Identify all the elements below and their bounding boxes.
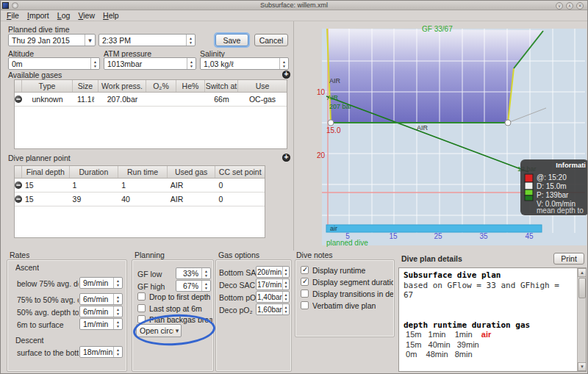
checkbox-icon[interactable] [301, 301, 309, 309]
available-gases-table: Type Size Work press. O₂% He% Switch at … [14, 79, 287, 149]
descent-title: Descent [15, 336, 48, 345]
altitude-spinbox[interactable]: 0m [8, 57, 100, 70]
planned-dive-label: planned dive [326, 239, 368, 247]
spinner-arrows-icon[interactable] [113, 278, 122, 288]
scrollbar-thumb[interactable] [578, 278, 586, 298]
descent-gas-label: AIR [329, 77, 341, 84]
rate-spinbox[interactable]: 1m/min [79, 318, 123, 330]
plan-heading: Subsurface dive plan [399, 270, 586, 281]
close-button[interactable]: ✕ [576, 2, 584, 10]
scroll-down-icon[interactable]: ▼ [578, 362, 587, 371]
tank-gauge-icon [525, 174, 533, 201]
rate-label: 50% avg. depth to 6m [17, 308, 79, 317]
spinner-arrows-icon[interactable] [113, 347, 122, 357]
spinner-arrows-icon[interactable] [201, 268, 210, 278]
spinner-arrows-icon[interactable] [90, 58, 99, 69]
spinner-arrows-icon[interactable] [279, 58, 288, 69]
menu-log[interactable]: Log [57, 11, 71, 20]
scroll-up-icon[interactable]: ▲ [578, 268, 587, 277]
checkbox-icon[interactable] [137, 292, 146, 301]
gf-high-spinbox[interactable]: 67% [176, 280, 211, 292]
menu-file[interactable]: File [7, 11, 19, 20]
spinner-arrows-icon[interactable] [113, 319, 122, 329]
dive-time-spinbox[interactable]: 2:33 PM [98, 34, 196, 46]
gas-row[interactable]: unknown 11.1ℓ 207.0bar 66m OC-gas [15, 93, 287, 107]
print-button[interactable]: Print [553, 253, 584, 265]
dive-date-combo[interactable]: Thu 29 Jan 2015 [8, 34, 96, 46]
gas-bar-label: air [330, 225, 337, 232]
waypoint-handle[interactable] [505, 120, 511, 126]
rate-spinbox[interactable]: 6m/min [79, 293, 123, 305]
deco-sac-spinbox[interactable]: 17ℓ/min [256, 278, 290, 290]
waypoint-handle[interactable] [328, 120, 334, 126]
spinner-arrows-icon[interactable] [282, 267, 289, 277]
menu-import[interactable]: Import [27, 11, 49, 20]
add-planner-point-button[interactable] [282, 154, 290, 162]
minimize-button[interactable]: ∨ [556, 2, 563, 10]
dive-profile-chart[interactable]: air GF 33/67 10 15.0 20 AIR AIR 207 bar … [293, 21, 588, 251]
checkbox-icon[interactable] [301, 290, 309, 298]
time-tick-35: 35 [479, 232, 488, 240]
spinner-arrows-icon[interactable] [187, 58, 196, 69]
display-segment-duration-checkbox[interactable]: Display segment duration [301, 277, 393, 287]
delete-point-icon[interactable] [15, 181, 22, 189]
gf-high-label: GF high [137, 282, 165, 291]
dive-notes-title: Dive notes [296, 251, 333, 259]
atm-pressure-spinbox[interactable]: 1013mbar [104, 57, 196, 70]
spinner-arrows-icon[interactable] [282, 304, 289, 314]
checkbox-checked-icon[interactable] [301, 278, 309, 286]
delete-point-icon[interactable] [15, 195, 22, 203]
plan-row: 15m 1min 1min air [399, 330, 586, 340]
drop-to-first-depth-checkbox[interactable]: Drop to first depth [137, 292, 212, 301]
display-runtime-checkbox[interactable]: Display runtime [301, 265, 393, 275]
time-tick-45: 45 [525, 232, 534, 240]
last-stop-6m-checkbox[interactable]: Last stop at 6m [137, 303, 212, 313]
checkbox-checked-icon[interactable] [301, 266, 309, 274]
rate-label: below 75% avg. depth [17, 279, 79, 288]
delete-gas-icon[interactable] [15, 96, 22, 103]
tooltip-depth: D: 15.0m [537, 182, 567, 190]
spinner-arrows-icon[interactable] [282, 279, 289, 290]
save-button[interactable]: Save [215, 34, 248, 46]
rate-label: surface to the bottom [17, 348, 79, 357]
dive-plan-text[interactable]: Subsurface dive plan based on GFlow = 33… [398, 267, 587, 372]
bottom-po2-spinbox[interactable]: 1,40bar [256, 291, 290, 303]
planner-table-header: Final depth Duration Run time Used gas C… [15, 166, 265, 179]
gf-low-spinbox[interactable]: 33% [176, 267, 211, 279]
dive-profile-pane: ≋ 1↑ ♥ He N₂ O₂ |A| S ✎ MOD ↯ EAD [293, 21, 588, 251]
planning-title: Planning [135, 251, 165, 259]
spinner-arrows-icon[interactable] [282, 292, 289, 302]
spinner-arrows-icon[interactable] [113, 306, 122, 317]
bottom-sac-spinbox[interactable]: 20ℓ/min [256, 266, 290, 278]
checkbox-icon[interactable] [137, 304, 146, 312]
planner-row[interactable]: 15 1 1 AIR 0 [15, 179, 265, 193]
spinner-arrows-icon[interactable] [201, 281, 210, 291]
scrollbar[interactable]: ▲ ▼ [577, 268, 586, 371]
depth-tick-10: 10 [317, 88, 326, 96]
menu-bar: File Import Log View Help [1, 11, 587, 21]
add-gas-button[interactable] [282, 71, 290, 79]
ascent-title: Ascent [15, 263, 39, 272]
rate-spinbox[interactable]: 6m/min [79, 306, 123, 317]
dive-planner-table: Final depth Duration Run time Used gas C… [14, 165, 265, 238]
gas-options-title: Gas options [218, 251, 261, 259]
bottom-gas-label: AIR [417, 124, 429, 132]
maximize-button[interactable]: ∧ [566, 2, 573, 10]
chevron-down-icon[interactable] [85, 35, 95, 46]
display-transitions-checkbox[interactable]: Display transitions in deco [301, 289, 393, 298]
spinner-arrows-icon[interactable] [113, 294, 122, 304]
dive-planner-point-title: Dive planner point [8, 154, 71, 162]
menu-help[interactable]: Help [103, 11, 119, 20]
spinner-arrows-icon[interactable] [186, 35, 195, 46]
splitter[interactable] [293, 21, 294, 251]
verbatim-dive-plan-checkbox[interactable]: Verbatim dive plan [301, 301, 393, 310]
cancel-button[interactable]: Cancel [254, 34, 288, 46]
pressure-start-gas-label: AIR [327, 94, 339, 101]
rate-spinbox[interactable]: 18m/min [79, 346, 123, 358]
gf-low-label: GF low [137, 270, 162, 278]
menu-view[interactable]: View [78, 11, 95, 20]
deco-po2-spinbox[interactable]: 1,60bar [256, 303, 290, 315]
planner-row[interactable]: 15 39 40 AIR 0 [15, 193, 265, 206]
salinity-spinbox[interactable]: 1,03 kg/ℓ [200, 57, 289, 70]
rate-spinbox[interactable]: 9m/min [79, 277, 123, 289]
